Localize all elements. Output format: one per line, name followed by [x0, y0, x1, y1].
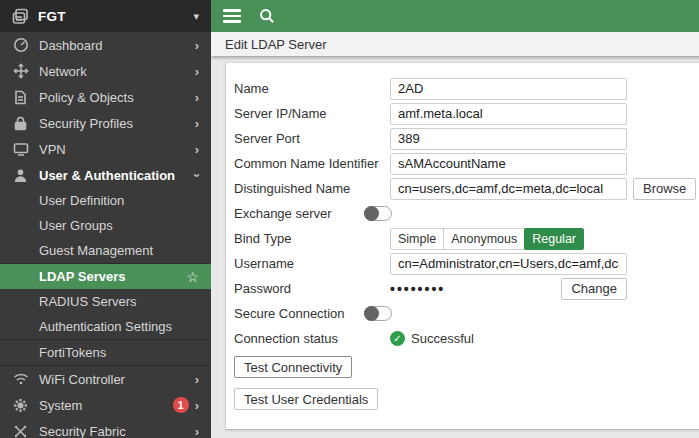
server-port-input[interactable]: [390, 128, 627, 150]
sidebar-item-user-authentication[interactable]: User & Authentication ›: [0, 162, 211, 188]
chevron-right-icon: ›: [195, 143, 199, 156]
sidebar-item-network[interactable]: Network ›: [0, 58, 211, 84]
wifi-icon: [12, 371, 29, 387]
form-row-connection-status: Connection status ✓ Successful: [234, 326, 696, 351]
page-title: Edit LDAP Server: [225, 37, 327, 52]
secure-connection-toggle[interactable]: [364, 306, 392, 321]
sidebar-item-radius-servers[interactable]: RADIUS Servers: [0, 289, 211, 314]
sidebar-item-security-profiles[interactable]: Security Profiles ›: [0, 110, 211, 136]
network-move-icon: [12, 63, 29, 79]
sidebar-item-user-groups[interactable]: User Groups: [0, 213, 211, 238]
sidebar-item-fortitokens[interactable]: FortiTokens: [0, 340, 211, 365]
top-navbar: [211, 0, 699, 32]
test-user-credentials-button[interactable]: Test User Credentials: [234, 388, 378, 410]
monitor-icon: [12, 141, 29, 157]
cn-identifier-input[interactable]: [390, 153, 627, 175]
chevron-right-icon: ›: [195, 425, 199, 438]
browse-button[interactable]: Browse: [633, 178, 696, 200]
bind-type-segmented-control: Simple Anonymous Regular: [390, 228, 584, 250]
chevron-right-icon: ›: [195, 117, 199, 130]
breadcrumb-bar: Edit LDAP Server: [211, 32, 699, 56]
password-masked-value: ••••••••: [390, 281, 445, 297]
field-label: Server Port: [234, 131, 390, 146]
exchange-server-toggle[interactable]: [364, 206, 392, 221]
form-row-exchange-server: Exchange server: [234, 201, 696, 226]
form-row-bind-type: Bind Type Simple Anonymous Regular: [234, 226, 696, 251]
test-connectivity-button[interactable]: Test Connectivity: [234, 356, 352, 378]
content-area: Name Server IP/Name Server Port Common N…: [211, 56, 699, 438]
security-fabric-icon: [12, 423, 29, 438]
field-label: Exchange server: [234, 206, 364, 221]
sidebar: FGT ▾ Dashboard › Network › Policy & Obj…: [0, 0, 211, 438]
server-ip-input[interactable]: [390, 103, 627, 125]
form-row-server-port: Server Port: [234, 126, 696, 151]
sidebar-item-user-definition[interactable]: User Definition: [0, 188, 211, 213]
change-password-button[interactable]: Change: [561, 278, 627, 300]
main-area: Edit LDAP Server Name Server IP/Name Ser…: [211, 0, 699, 438]
distinguished-name-input[interactable]: [390, 178, 627, 200]
connection-status-text: Successful: [411, 331, 474, 346]
chevron-right-icon: ›: [195, 91, 199, 104]
search-icon[interactable]: [259, 8, 275, 24]
field-label: Name: [234, 81, 390, 96]
form-row-secure-connection: Secure Connection: [234, 301, 696, 326]
sidebar-item-policy-objects[interactable]: Policy & Objects ›: [0, 84, 211, 110]
brand-caret-icon[interactable]: ▾: [193, 10, 199, 23]
field-label: Common Name Identifier: [234, 156, 390, 171]
field-label: Connection status: [234, 331, 390, 346]
gear-icon: [12, 397, 29, 413]
form-row-username: Username: [234, 251, 696, 276]
bind-type-option-anonymous[interactable]: Anonymous: [443, 228, 525, 250]
fortigate-logo-icon: [12, 7, 30, 25]
sidebar-item-wifi-controller[interactable]: WiFi Controller ›: [0, 366, 211, 392]
form-row-name: Name: [234, 76, 696, 101]
chevron-right-icon: ›: [195, 65, 199, 78]
field-label: Server IP/Name: [234, 106, 390, 121]
lock-icon: [12, 115, 29, 131]
notification-badge: 1: [173, 397, 189, 413]
form-row-password: Password •••••••• Change: [234, 276, 696, 301]
brand-label: FGT: [38, 9, 66, 24]
brand-header[interactable]: FGT ▾: [0, 0, 211, 32]
form-row-test-connectivity: Test Connectivity: [234, 356, 696, 383]
sidebar-item-ldap-servers[interactable]: LDAP Servers ☆: [0, 264, 211, 289]
bind-type-option-simple[interactable]: Simple: [390, 228, 444, 250]
form-row-server-ip: Server IP/Name: [234, 101, 696, 126]
favorite-star-icon[interactable]: ☆: [186, 269, 199, 285]
bind-type-option-regular[interactable]: Regular: [524, 228, 584, 250]
edit-ldap-form-card: Name Server IP/Name Server Port Common N…: [225, 62, 699, 430]
sidebar-item-system[interactable]: System 1 ›: [0, 392, 211, 418]
field-label: Bind Type: [234, 231, 390, 246]
dashboard-gauge-icon: [12, 37, 29, 53]
field-label: Password: [234, 281, 390, 296]
sidebar-item-security-fabric[interactable]: Security Fabric ›: [0, 418, 211, 438]
field-label: Secure Connection: [234, 306, 364, 321]
user-icon: [12, 167, 29, 183]
form-row-distinguished-name: Distinguished Name Browse: [234, 176, 696, 201]
sidebar-item-authentication-settings[interactable]: Authentication Settings: [0, 314, 211, 339]
success-check-icon: ✓: [390, 331, 405, 346]
form-row-cn-identifier: Common Name Identifier: [234, 151, 696, 176]
sidebar-item-vpn[interactable]: VPN ›: [0, 136, 211, 162]
username-input[interactable]: [390, 253, 627, 275]
menu-icon[interactable]: [223, 9, 241, 23]
sidebar-item-dashboard[interactable]: Dashboard ›: [0, 32, 211, 58]
field-label: Distinguished Name: [234, 181, 390, 196]
app-window: FGT ▾ Dashboard › Network › Policy & Obj…: [0, 0, 699, 438]
chevron-right-icon: ›: [195, 39, 199, 52]
chevron-right-icon: ›: [195, 373, 199, 386]
field-label: Username: [234, 256, 390, 271]
chevron-down-icon: ›: [190, 173, 203, 177]
name-input[interactable]: [390, 78, 627, 100]
policy-document-icon: [12, 89, 29, 105]
form-row-test-user-credentials: Test User Credentials: [234, 388, 696, 415]
chevron-right-icon: ›: [195, 399, 199, 412]
sidebar-item-guest-management[interactable]: Guest Management: [0, 238, 211, 263]
